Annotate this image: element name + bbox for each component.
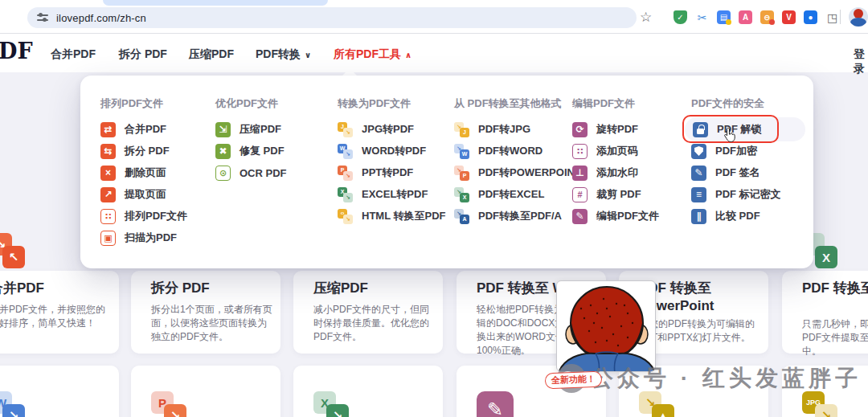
- pdf-to-pdfa-icon: ↘A: [454, 209, 469, 224]
- menu-item-label: 排列PDF文件: [125, 209, 187, 223]
- menu-item-比较 PDF[interactable]: ∥比较 PDF: [691, 207, 760, 225]
- card-compress-pdf[interactable]: 压缩PDF减小PDF文件的尺寸，但同时保持最佳质量。优化您的PDF文件。: [293, 271, 443, 354]
- menu-column-header: 转换为PDF文件: [338, 96, 411, 111]
- menu-item-label: PDF加密: [715, 144, 757, 158]
- toolbar-divider: [840, 10, 841, 24]
- front-square: ↘: [326, 404, 349, 417]
- nav-item-合并PDF[interactable]: 合并PDF: [51, 47, 96, 62]
- menu-item-PDF转换至PDF/A[interactable]: ↘APDF转换至PDF/A: [454, 207, 562, 225]
- menu-item-PDF 签名[interactable]: ✎PDF 签名: [691, 164, 760, 182]
- menu-item-PDF 标记密文[interactable]: ≡PDF 标记密文: [691, 186, 781, 203]
- card-title: 合并PDF: [0, 280, 112, 297]
- card-description: 把您的PDF转换为可编辑的PPT和PPTX幻灯片文件。: [639, 317, 763, 345]
- delete-pages-icon: ×: [100, 166, 116, 181]
- menu-item-label: JPG转PDF: [362, 122, 414, 137]
- menu-item-PDF转POWERPOINT[interactable]: ↘PPDF转POWERPOINT: [454, 164, 581, 182]
- menu-column-header: 排列PDF文件: [100, 96, 163, 111]
- front-square: ↘: [164, 404, 186, 417]
- login-link[interactable]: 登录: [854, 47, 868, 76]
- menu-item-拆分 PDF[interactable]: ⇆拆分 PDF: [100, 142, 170, 160]
- card-word-to-pdf-icon: W↘: [0, 391, 25, 417]
- menu-item-label: PPT转PDF: [362, 166, 413, 180]
- site-logo[interactable]: DF: [0, 39, 33, 63]
- menu-item-添加水印[interactable]: ⊥添加水印: [572, 164, 638, 182]
- front-square: ↘: [343, 215, 353, 224]
- extract-pages-icon: ↗: [100, 187, 116, 202]
- doc-extension-icon[interactable]: ▤: [717, 10, 731, 24]
- pdf-to-excel-icon: ↘X: [454, 187, 469, 202]
- browser-tab[interactable]: [103, 0, 328, 6]
- nav-item-label: 所有PDF工具: [334, 47, 401, 60]
- scan-to-pdf-icon: ▣: [100, 231, 116, 246]
- menu-item-PPT转PDF[interactable]: P↘PPT转PDF: [338, 164, 413, 182]
- site-settings-icon[interactable]: [37, 12, 48, 23]
- card-split-pdf[interactable]: 拆分 PDF拆分出1个页面，或者所有页面，以便将这些页面转换为独立的PDF文件。: [131, 271, 280, 354]
- redact-icon: ≡: [691, 187, 706, 202]
- front-square: ↘: [2, 404, 25, 417]
- menu-item-扫描为PDF[interactable]: ▣扫描为PDF: [100, 229, 177, 247]
- repair-icon: ✖: [215, 144, 231, 159]
- translate-extension-icon[interactable]: A: [739, 10, 752, 24]
- menu-item-PDF转JPG[interactable]: ↘JPDF转JPG: [454, 121, 530, 138]
- menu-item-删除页面[interactable]: ×删除页面: [100, 164, 166, 182]
- nav-item-PDF转换[interactable]: PDF转换∨: [256, 47, 311, 62]
- menu-item-EXCEL转PDF[interactable]: X↘EXCEL转PDF: [338, 186, 428, 203]
- nav-item-所有PDF工具[interactable]: 所有PDF工具∧: [334, 47, 411, 62]
- card-pdf-to-excel[interactable]: PDF 转换至 Excel只需几秒钟，即可将数据从PDF文件提取至Excel表格…: [782, 271, 868, 354]
- ppt-to-pdf-icon: P↘: [338, 166, 353, 181]
- card-edit-pdf-icon: ✎: [477, 391, 514, 417]
- address-bar[interactable]: ilovepdf.com/zh-cn: [27, 7, 637, 28]
- pdf-to-word-icon: ↘W: [454, 144, 469, 159]
- menu-item-JPG转PDF[interactable]: J↘JPG转PDF: [338, 121, 414, 138]
- badge-dot: [769, 19, 775, 25]
- menu-item-label: PDF 标记密文: [715, 187, 781, 202]
- menu-item-裁剪 PDF[interactable]: #裁剪 PDF: [572, 186, 641, 203]
- pdf-to-powerpoint-icon: ↘P: [454, 166, 469, 181]
- menu-item-label: 修复 PDF: [240, 144, 285, 158]
- menu-item-压缩PDF[interactable]: ⇲压缩PDF: [215, 121, 281, 138]
- menu-column-header: 编辑PDF文件: [572, 96, 635, 111]
- shield-check-extension-icon[interactable]: ✓: [674, 10, 687, 24]
- word-to-pdf-icon: W↘: [338, 144, 353, 159]
- menu-item-合并PDF[interactable]: ⇄合并PDF: [100, 121, 166, 138]
- menu-item-label: PDF转换至PDF/A: [478, 209, 562, 223]
- menu-item-label: PDF 签名: [715, 166, 760, 180]
- card-merge-pdf-icon: ↘↖: [0, 233, 25, 268]
- menu-item-修复 PDF[interactable]: ✖修复 PDF: [215, 142, 285, 160]
- front-square: A: [460, 215, 469, 224]
- nav-item-压缩PDF[interactable]: 压缩PDF: [189, 47, 234, 62]
- scissors-extension-icon[interactable]: ✂: [695, 10, 709, 24]
- front-square: W: [460, 149, 469, 159]
- round-extension-icon[interactable]: ●: [804, 10, 817, 24]
- menu-item-label: 编辑PDF文件: [596, 209, 659, 223]
- shield-glyph: [694, 146, 703, 156]
- menu-item-PDF转EXCEL[interactable]: ↘XPDF转EXCEL: [454, 186, 544, 203]
- puzzle-extensions-icon[interactable]: ◳: [825, 10, 839, 24]
- v-extension-icon[interactable]: V: [782, 10, 796, 24]
- bookmark-star-icon[interactable]: ☆: [640, 9, 652, 26]
- front-square: J: [460, 128, 469, 137]
- menu-item-HTML 转换至PDF[interactable]: ‹›↘HTML 转换至PDF: [338, 207, 445, 225]
- menu-item-PDF转WORD[interactable]: ↘WPDF转WORD: [454, 142, 542, 160]
- card-merge-pdf[interactable]: 合并PDF合并PDF文件，并按照您的喜好排序，简单又快速！: [0, 271, 119, 354]
- menu-item-OCR PDF[interactable]: ⊙OCR PDF: [215, 164, 287, 182]
- menu-item-label: PDF转WORD: [478, 144, 542, 158]
- menu-item-提取页面[interactable]: ↗提取页面: [100, 186, 166, 203]
- menu-item-旋转PDF[interactable]: ⟳旋转PDF: [572, 121, 638, 138]
- menu-item-排列PDF文件[interactable]: ∷排列PDF文件: [100, 207, 187, 225]
- menu-item-label: 合并PDF: [125, 122, 166, 137]
- organize-pdf-icon: ∷: [100, 209, 116, 224]
- badge-dot: [726, 19, 731, 25]
- card-title: 压缩PDF: [313, 280, 436, 297]
- nav-item-拆分 PDF[interactable]: 拆分 PDF: [119, 47, 167, 62]
- menu-item-PDF加密[interactable]: PDF加密: [691, 142, 757, 160]
- menu-item-添加页码[interactable]: ∷添加页码: [572, 142, 638, 160]
- sign-icon: ✎: [691, 166, 706, 181]
- browser-toolbar: ilovepdf.com/zh-cn ☆ ✓✂▤A⊖V●◳: [0, 0, 868, 34]
- menu-item-WORD转PDF[interactable]: W↘WORD转PDF: [338, 142, 426, 160]
- menu-item-编辑PDF文件[interactable]: ✎编辑PDF文件: [572, 207, 659, 225]
- card-title: PDF 转换至 Excel: [802, 280, 868, 297]
- blocker-extension-icon[interactable]: ⊖: [760, 10, 774, 24]
- card-description: 合并PDF文件，并按照您的喜好排序，简单又快速！: [0, 303, 113, 330]
- browser-profile-avatar[interactable]: [849, 7, 868, 27]
